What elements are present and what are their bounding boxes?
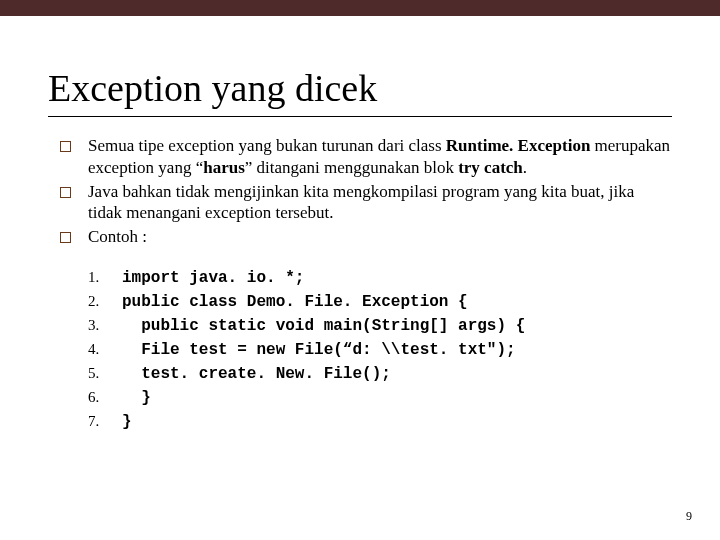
code-line-text: public static void main(String[] args) { — [122, 314, 525, 338]
slide-content: Exception yang dicek Semua tipe exceptio… — [0, 16, 720, 434]
code-line-number: 6. — [88, 386, 122, 409]
bullet-item: Java bahkan tidak mengijinkan kita mengk… — [54, 181, 672, 225]
bullet-text: Java bahkan tidak mengijinkan kita mengk… — [88, 182, 634, 223]
bullet-text: ” ditangani menggunakan blok — [245, 158, 458, 177]
bullet-bold: Runtime. Exception — [446, 136, 591, 155]
code-line-text: import java. io. *; — [122, 266, 304, 290]
code-line-text: test. create. New. File(); — [122, 362, 391, 386]
code-line-text: } — [122, 386, 151, 410]
code-line-number: 3. — [88, 314, 122, 337]
code-line: 4. File test = new File(“d: \\test. txt"… — [88, 338, 672, 362]
bullet-item: Semua tipe exception yang bukan turunan … — [54, 135, 672, 179]
code-line: 2. public class Demo. File. Exception { — [88, 290, 672, 314]
title-rule — [48, 116, 672, 117]
code-line-text: } — [122, 410, 132, 434]
bullet-item: Contoh : — [54, 226, 672, 248]
bullet-bold: harus — [203, 158, 245, 177]
bullet-text: Semua tipe exception yang bukan turunan … — [88, 136, 446, 155]
code-line-number: 7. — [88, 410, 122, 433]
code-line: 3. public static void main(String[] args… — [88, 314, 672, 338]
page-number: 9 — [686, 509, 692, 524]
bullet-list: Semua tipe exception yang bukan turunan … — [48, 135, 672, 248]
code-line: 1. import java. io. *; — [88, 266, 672, 290]
slide-title: Exception yang dicek — [48, 66, 672, 110]
bullet-text: Contoh : — [88, 227, 147, 246]
bullet-bold: try catch — [458, 158, 523, 177]
code-line: 6. } — [88, 386, 672, 410]
code-line-number: 2. — [88, 290, 122, 313]
code-line: 7. } — [88, 410, 672, 434]
code-line-text: public class Demo. File. Exception { — [122, 290, 468, 314]
bullet-text: . — [523, 158, 527, 177]
code-line-number: 5. — [88, 362, 122, 385]
code-line-text: File test = new File(“d: \\test. txt"); — [122, 338, 516, 362]
code-block: 1. import java. io. *; 2. public class D… — [88, 266, 672, 434]
code-line: 5. test. create. New. File(); — [88, 362, 672, 386]
code-line-number: 1. — [88, 266, 122, 289]
slide-accent-bar — [0, 0, 720, 16]
code-line-number: 4. — [88, 338, 122, 361]
